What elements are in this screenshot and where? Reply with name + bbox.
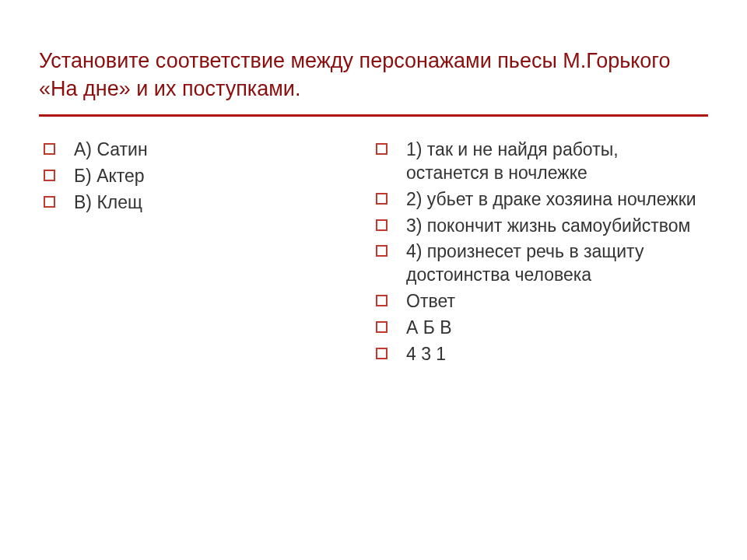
list-item: 3) покончит жизнь самоубийством <box>371 215 706 238</box>
square-bullet-icon <box>44 170 55 181</box>
item-text: 3) покончит жизнь самоубийством <box>406 215 690 238</box>
item-text: 2) убьет в драке хозяина ночлежки <box>406 188 696 212</box>
item-text: А) Сатин <box>74 138 148 162</box>
content-columns: А) Сатин Б) Актер В) Клещ 1) так и не на… <box>39 138 708 369</box>
square-bullet-icon <box>376 193 388 205</box>
right-column: 1) так и не найдя работы, останется в но… <box>371 138 706 369</box>
list-item: 2) убьет в драке хозяина ночлежки <box>371 188 706 212</box>
list-item: Б) Актер <box>39 165 340 188</box>
item-text: Ответ <box>406 290 455 313</box>
square-bullet-icon <box>376 245 388 257</box>
item-text: Б) Актер <box>74 165 145 188</box>
item-text: В) Клещ <box>74 191 142 215</box>
slide-title: Установите соответствие между персонажам… <box>39 47 708 103</box>
title-block: Установите соответствие между персонажам… <box>39 47 708 103</box>
list-item: 4) произнесет речь в защиту достоинства … <box>371 240 706 287</box>
square-bullet-icon <box>376 348 388 359</box>
square-bullet-icon <box>376 321 388 333</box>
list-item: 1) так и не найдя работы, останется в но… <box>371 138 706 185</box>
square-bullet-icon <box>44 143 55 155</box>
square-bullet-icon <box>44 196 55 208</box>
list-item: 4 3 1 <box>371 343 706 366</box>
item-text: 4 3 1 <box>406 343 446 366</box>
square-bullet-icon <box>376 219 388 231</box>
list-item: Ответ <box>371 290 706 313</box>
left-column: А) Сатин Б) Актер В) Клещ <box>39 138 340 369</box>
square-bullet-icon <box>376 143 388 155</box>
item-text: А Б В <box>406 317 452 340</box>
title-underline <box>39 114 708 117</box>
list-item: А) Сатин <box>39 138 340 162</box>
item-text: 4) произнесет речь в защиту достоинства … <box>406 240 706 287</box>
square-bullet-icon <box>376 295 388 306</box>
list-item: А Б В <box>371 317 706 340</box>
item-text: 1) так и не найдя работы, останется в но… <box>406 138 706 185</box>
list-item: В) Клещ <box>39 191 340 215</box>
